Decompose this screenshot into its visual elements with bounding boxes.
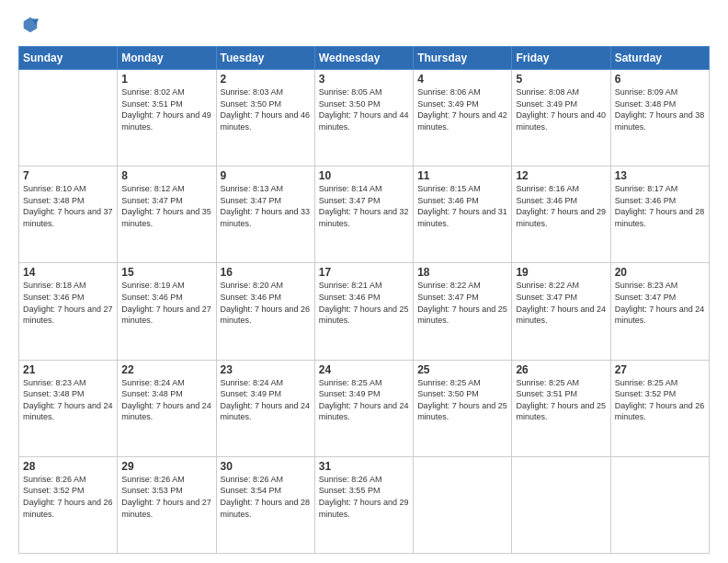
- calendar-cell: 28Sunrise: 8:26 AMSunset: 3:52 PMDayligh…: [19, 456, 118, 553]
- calendar-cell: 20Sunrise: 8:23 AMSunset: 3:47 PMDayligh…: [610, 263, 709, 360]
- calendar-cell: 26Sunrise: 8:25 AMSunset: 3:51 PMDayligh…: [512, 360, 610, 456]
- day-number: 27: [615, 363, 705, 376]
- calendar-cell: 21Sunrise: 8:23 AMSunset: 3:48 PMDayligh…: [19, 360, 118, 456]
- header: [18, 15, 710, 39]
- day-number: 14: [23, 266, 113, 279]
- calendar-cell: 27Sunrise: 8:25 AMSunset: 3:52 PMDayligh…: [610, 360, 709, 456]
- calendar-cell: 13Sunrise: 8:17 AMSunset: 3:46 PMDayligh…: [610, 167, 709, 263]
- day-number: 28: [23, 460, 113, 473]
- cell-info: Sunrise: 8:21 AMSunset: 3:46 PMDaylight:…: [319, 280, 409, 326]
- calendar-cell: 23Sunrise: 8:24 AMSunset: 3:49 PMDayligh…: [216, 360, 314, 456]
- calendar-cell: 25Sunrise: 8:25 AMSunset: 3:50 PMDayligh…: [414, 360, 512, 456]
- cell-info: Sunrise: 8:20 AMSunset: 3:46 PMDaylight:…: [221, 280, 311, 326]
- day-number: 12: [516, 169, 606, 182]
- cell-info: Sunrise: 8:23 AMSunset: 3:48 PMDaylight:…: [23, 377, 113, 423]
- cell-info: Sunrise: 8:15 AMSunset: 3:46 PMDaylight:…: [417, 183, 507, 229]
- cell-info: Sunrise: 8:10 AMSunset: 3:48 PMDaylight:…: [23, 183, 113, 229]
- calendar-week-row: 1Sunrise: 8:02 AMSunset: 3:51 PMDaylight…: [19, 70, 710, 167]
- calendar-cell: 30Sunrise: 8:26 AMSunset: 3:54 PMDayligh…: [216, 456, 314, 553]
- day-number: 29: [121, 460, 211, 473]
- calendar-body: 1Sunrise: 8:02 AMSunset: 3:51 PMDaylight…: [19, 70, 710, 554]
- calendar-table: SundayMondayTuesdayWednesdayThursdayFrid…: [18, 46, 710, 554]
- cell-info: Sunrise: 8:13 AMSunset: 3:47 PMDaylight:…: [221, 183, 311, 229]
- day-number: 21: [23, 363, 113, 376]
- cell-info: Sunrise: 8:19 AMSunset: 3:46 PMDaylight:…: [121, 280, 211, 326]
- day-number: 18: [417, 266, 507, 279]
- day-number: 11: [417, 169, 507, 182]
- day-number: 25: [417, 363, 507, 376]
- calendar-weekday-header: Monday: [118, 47, 216, 70]
- day-number: 15: [121, 266, 211, 279]
- cell-info: Sunrise: 8:26 AMSunset: 3:55 PMDaylight:…: [319, 474, 409, 520]
- cell-info: Sunrise: 8:03 AMSunset: 3:50 PMDaylight:…: [221, 86, 311, 132]
- day-number: 8: [121, 169, 211, 182]
- day-number: 6: [615, 73, 705, 86]
- calendar-cell: 29Sunrise: 8:26 AMSunset: 3:53 PMDayligh…: [118, 456, 216, 553]
- calendar-cell: 12Sunrise: 8:16 AMSunset: 3:46 PMDayligh…: [512, 167, 610, 263]
- logo: [18, 15, 40, 39]
- cell-info: Sunrise: 8:23 AMSunset: 3:47 PMDaylight:…: [615, 280, 705, 326]
- day-number: 19: [516, 266, 606, 279]
- cell-info: Sunrise: 8:26 AMSunset: 3:52 PMDaylight:…: [23, 474, 113, 520]
- calendar-cell: 24Sunrise: 8:25 AMSunset: 3:49 PMDayligh…: [314, 360, 413, 456]
- cell-info: Sunrise: 8:24 AMSunset: 3:49 PMDaylight:…: [221, 377, 311, 423]
- page: SundayMondayTuesdayWednesdayThursdayFrid…: [0, 0, 728, 563]
- day-number: 2: [221, 73, 311, 86]
- cell-info: Sunrise: 8:05 AMSunset: 3:50 PMDaylight:…: [319, 86, 409, 132]
- cell-info: Sunrise: 8:18 AMSunset: 3:46 PMDaylight:…: [23, 280, 113, 326]
- day-number: 17: [319, 266, 409, 279]
- day-number: 4: [417, 73, 507, 86]
- day-number: 26: [516, 363, 606, 376]
- calendar-cell: 7Sunrise: 8:10 AMSunset: 3:48 PMDaylight…: [19, 167, 118, 263]
- cell-info: Sunrise: 8:17 AMSunset: 3:46 PMDaylight:…: [615, 183, 705, 229]
- calendar-cell: [610, 456, 709, 553]
- day-number: 30: [221, 460, 311, 473]
- day-number: 16: [221, 266, 311, 279]
- calendar-cell: 3Sunrise: 8:05 AMSunset: 3:50 PMDaylight…: [314, 70, 413, 167]
- cell-info: Sunrise: 8:14 AMSunset: 3:47 PMDaylight:…: [319, 183, 409, 229]
- calendar-cell: 31Sunrise: 8:26 AMSunset: 3:55 PMDayligh…: [314, 456, 413, 553]
- calendar-cell: 8Sunrise: 8:12 AMSunset: 3:47 PMDaylight…: [118, 167, 216, 263]
- cell-info: Sunrise: 8:06 AMSunset: 3:49 PMDaylight:…: [417, 86, 507, 132]
- day-number: 13: [615, 169, 705, 182]
- cell-info: Sunrise: 8:09 AMSunset: 3:48 PMDaylight:…: [615, 86, 705, 132]
- cell-info: Sunrise: 8:26 AMSunset: 3:54 PMDaylight:…: [221, 474, 311, 520]
- cell-info: Sunrise: 8:25 AMSunset: 3:49 PMDaylight:…: [319, 377, 409, 423]
- calendar-cell: 22Sunrise: 8:24 AMSunset: 3:48 PMDayligh…: [118, 360, 216, 456]
- calendar-weekday-header: Friday: [512, 47, 610, 70]
- calendar-cell: 5Sunrise: 8:08 AMSunset: 3:49 PMDaylight…: [512, 70, 610, 167]
- calendar-cell: 10Sunrise: 8:14 AMSunset: 3:47 PMDayligh…: [314, 167, 413, 263]
- calendar-cell: 19Sunrise: 8:22 AMSunset: 3:47 PMDayligh…: [512, 263, 610, 360]
- cell-info: Sunrise: 8:25 AMSunset: 3:52 PMDaylight:…: [615, 377, 705, 423]
- calendar-cell: 17Sunrise: 8:21 AMSunset: 3:46 PMDayligh…: [314, 263, 413, 360]
- calendar-weekday-header: Thursday: [414, 47, 512, 70]
- calendar-cell: 6Sunrise: 8:09 AMSunset: 3:48 PMDaylight…: [610, 70, 709, 167]
- calendar-weekday-header: Saturday: [610, 47, 709, 70]
- day-number: 7: [23, 169, 113, 182]
- calendar-cell: 16Sunrise: 8:20 AMSunset: 3:46 PMDayligh…: [216, 263, 314, 360]
- cell-info: Sunrise: 8:24 AMSunset: 3:48 PMDaylight:…: [121, 377, 211, 423]
- day-number: 5: [516, 73, 606, 86]
- cell-info: Sunrise: 8:25 AMSunset: 3:51 PMDaylight:…: [516, 377, 606, 423]
- calendar-cell: 4Sunrise: 8:06 AMSunset: 3:49 PMDaylight…: [414, 70, 512, 167]
- calendar-week-row: 28Sunrise: 8:26 AMSunset: 3:52 PMDayligh…: [19, 456, 710, 553]
- calendar-weekday-header: Tuesday: [216, 47, 314, 70]
- day-number: 10: [319, 169, 409, 182]
- calendar-week-row: 21Sunrise: 8:23 AMSunset: 3:48 PMDayligh…: [19, 360, 710, 456]
- cell-info: Sunrise: 8:26 AMSunset: 3:53 PMDaylight:…: [121, 474, 211, 520]
- calendar-week-row: 7Sunrise: 8:10 AMSunset: 3:48 PMDaylight…: [19, 167, 710, 263]
- cell-info: Sunrise: 8:22 AMSunset: 3:47 PMDaylight:…: [516, 280, 606, 326]
- calendar-cell: 15Sunrise: 8:19 AMSunset: 3:46 PMDayligh…: [118, 263, 216, 360]
- calendar-weekday-header: Sunday: [19, 47, 118, 70]
- calendar-cell: [414, 456, 512, 553]
- calendar-cell: 1Sunrise: 8:02 AMSunset: 3:51 PMDaylight…: [118, 70, 216, 167]
- cell-info: Sunrise: 8:22 AMSunset: 3:47 PMDaylight:…: [417, 280, 507, 326]
- calendar-cell: [19, 70, 118, 167]
- calendar-week-row: 14Sunrise: 8:18 AMSunset: 3:46 PMDayligh…: [19, 263, 710, 360]
- calendar-cell: 9Sunrise: 8:13 AMSunset: 3:47 PMDaylight…: [216, 167, 314, 263]
- calendar-header-row: SundayMondayTuesdayWednesdayThursdayFrid…: [19, 47, 710, 70]
- day-number: 24: [319, 363, 409, 376]
- calendar-cell: 18Sunrise: 8:22 AMSunset: 3:47 PMDayligh…: [414, 263, 512, 360]
- logo-icon: [20, 15, 40, 35]
- day-number: 9: [221, 169, 311, 182]
